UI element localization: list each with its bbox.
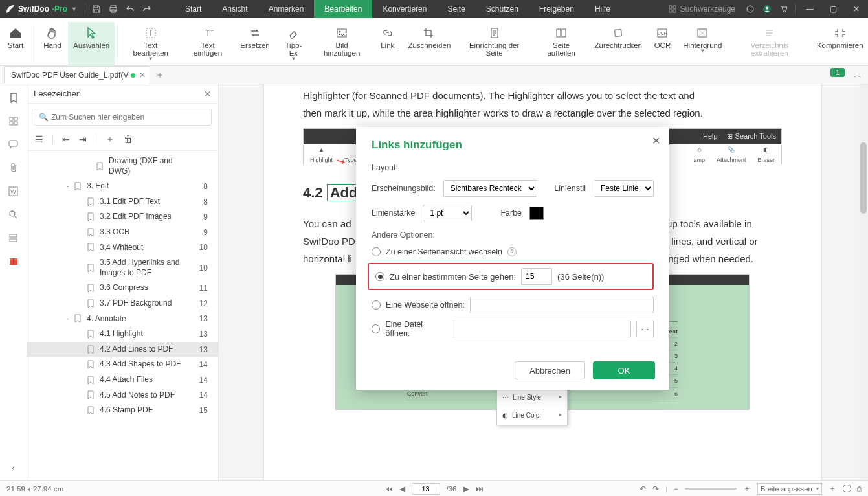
rail-search-icon[interactable]: [6, 207, 21, 221]
bm-tool-delete-icon[interactable]: 🗑: [124, 134, 133, 144]
linestyle-select[interactable]: Feste Linie: [594, 180, 654, 197]
gopage-input[interactable]: [521, 268, 552, 285]
notify-icon[interactable]: [742, 0, 759, 18]
ribbon-text-edit[interactable]: IText bearbeiten▼: [120, 22, 181, 66]
rail-bookmark-icon[interactable]: [6, 91, 21, 105]
file-browse-button[interactable]: ⋯: [636, 321, 654, 337]
bm-tool-outdent-icon[interactable]: ⇤: [62, 134, 70, 144]
ribbon-link[interactable]: Link: [372, 22, 403, 66]
tab-close-icon[interactable]: ✕: [139, 71, 146, 80]
ribbon-compress[interactable]: Komprimieren: [812, 22, 868, 66]
bm-tool-add-icon[interactable]: ＋: [106, 133, 115, 145]
bookmark-item[interactable]: 4.3 Add Shapes to PDF14: [27, 357, 218, 372]
bookmark-item[interactable]: 4.1 Highlight13: [27, 326, 218, 342]
appearance-select[interactable]: Sichtbares Rechteck: [443, 180, 537, 197]
bookmark-item[interactable]: 3.5 Add Hyperlinks and Images to PDF10: [27, 255, 218, 280]
ribbon-background[interactable]: Hintergrund▼: [678, 22, 727, 66]
rail-word-icon[interactable]: W: [6, 184, 21, 198]
redo-icon[interactable]: [139, 0, 155, 18]
dropdown-icon[interactable]: ▼: [71, 6, 77, 12]
zoom-in-icon[interactable]: ＋: [743, 483, 751, 494]
ribbon-page-setup[interactable]: Einrichtung der Seite: [456, 22, 533, 66]
radio-pageview[interactable]: [372, 247, 381, 256]
rail-thumbnails-icon[interactable]: [6, 114, 21, 128]
radio-file[interactable]: [372, 324, 380, 333]
fullscreen-icon[interactable]: ⛶: [843, 484, 851, 493]
bookmark-item[interactable]: 3.6 Compress11: [27, 280, 218, 296]
ribbon-ocr[interactable]: OCROCR: [647, 22, 678, 66]
undo-icon[interactable]: [122, 0, 139, 18]
bookmark-item[interactable]: -4. Annotate13: [27, 311, 218, 327]
search-tools[interactable]: Suchwerkzeuge: [662, 5, 742, 14]
vertical-scrollbar[interactable]: [859, 84, 868, 480]
nav-prev-icon[interactable]: ◀: [399, 484, 405, 493]
doc-tab[interactable]: SwifDoo PDF User Guide_L.pdf(V ✕: [4, 66, 150, 84]
rail-attach-icon[interactable]: [6, 161, 21, 175]
ribbon-text-insert[interactable]: T+Text einfügen: [181, 22, 235, 66]
ribbon-extract-toc[interactable]: Verzeichnis extrahieren: [727, 22, 812, 66]
save-icon[interactable]: [88, 0, 105, 18]
ctx-style[interactable]: ⋯ Line Style▸: [497, 389, 567, 407]
bookmark-item[interactable]: 3.1 Edit PDF Text8: [27, 194, 218, 210]
page-indicator-chevron[interactable]: ︿: [854, 70, 862, 81]
bookmark-item[interactable]: 4.4 Attach Files14: [27, 372, 218, 388]
read-mode-icon[interactable]: ⎙: [857, 484, 862, 493]
print-icon[interactable]: [105, 0, 122, 18]
bm-tool-list-icon[interactable]: ☰: [35, 134, 43, 144]
bookmark-item[interactable]: 3.4 Whiteout10: [27, 240, 218, 256]
bookmarks-close-icon[interactable]: ✕: [204, 89, 212, 99]
scrollbar-thumb[interactable]: [860, 142, 867, 214]
close-button[interactable]: ✕: [845, 0, 868, 18]
ribbon-crop[interactable]: Zuschneiden: [403, 22, 456, 66]
rotate-left-icon[interactable]: ↶: [640, 484, 646, 493]
rotate-right-icon[interactable]: ↷: [652, 484, 659, 493]
rail-comments-icon[interactable]: [6, 137, 21, 152]
radio-gopage[interactable]: [375, 272, 384, 281]
dialog-close-icon[interactable]: ✕: [652, 135, 660, 147]
ribbon-split[interactable]: Seite aufteilen: [533, 22, 590, 66]
ribribbon-replace[interactable]: Ersetzen: [235, 22, 275, 66]
page-number-input[interactable]: [412, 483, 440, 495]
bookmark-item[interactable]: 3.7 PDF Background12: [27, 296, 218, 311]
expand-icon[interactable]: -: [63, 183, 72, 190]
bookmark-item[interactable]: 3.3 OCR9: [27, 225, 218, 240]
rail-collapse-icon[interactable]: ‹: [6, 460, 21, 474]
file-path-input[interactable]: [452, 321, 631, 337]
zoom-out-icon[interactable]: −: [674, 484, 678, 493]
help-icon[interactable]: ?: [507, 247, 517, 256]
expand-icon[interactable]: -: [63, 315, 72, 322]
menu-annotate[interactable]: Anmerken: [258, 0, 315, 18]
ribbon-start[interactable]: Start: [0, 22, 31, 66]
menu-view[interactable]: Ansicht: [212, 0, 258, 18]
minimize-button[interactable]: ―: [798, 0, 821, 18]
cart-icon[interactable]: [775, 0, 792, 18]
ribbon-select[interactable]: Auswählen: [68, 22, 115, 66]
menu-page[interactable]: Seite: [437, 0, 475, 18]
radio-web[interactable]: [372, 300, 381, 310]
bookmark-item[interactable]: 4.2 Add Lines to PDF13: [27, 342, 218, 357]
bookmarks-search-input[interactable]: [34, 109, 212, 126]
nav-first-icon[interactable]: ⏮: [385, 484, 393, 493]
menu-edit[interactable]: Bearbeiten: [314, 0, 372, 18]
tab-add-button[interactable]: ＋: [155, 69, 164, 81]
menu-start[interactable]: Start: [175, 0, 212, 18]
menu-help[interactable]: Hilfe: [584, 0, 621, 18]
bm-tool-indent-icon[interactable]: ⇥: [79, 134, 87, 144]
menu-share[interactable]: Freigeben: [529, 0, 584, 18]
cancel-button[interactable]: Abbrechen: [515, 361, 585, 379]
color-swatch[interactable]: [529, 207, 544, 220]
rail-gift-icon[interactable]: [6, 254, 21, 268]
rail-fields-icon[interactable]: [6, 231, 21, 245]
menu-convert[interactable]: Konvertieren: [372, 0, 437, 18]
bookmark-item[interactable]: 3.2 Edit PDF Images9: [27, 209, 218, 225]
ribbon-hand[interactable]: Hand: [37, 22, 68, 66]
nav-next-icon[interactable]: ▶: [463, 484, 469, 493]
web-url-input[interactable]: [470, 297, 654, 313]
maximize-button[interactable]: ▢: [821, 0, 845, 18]
ribbon-tippex[interactable]: Tipp-Ex▼: [275, 22, 311, 66]
user-icon[interactable]: [759, 0, 775, 18]
ctx-color[interactable]: ◐ Line Color▸: [497, 407, 567, 425]
zoom-plus-icon[interactable]: ＋: [829, 483, 836, 494]
nav-last-icon[interactable]: ⏭: [476, 484, 484, 493]
bookmark-item[interactable]: 4.5 Add Notes to PDF14: [27, 388, 218, 403]
